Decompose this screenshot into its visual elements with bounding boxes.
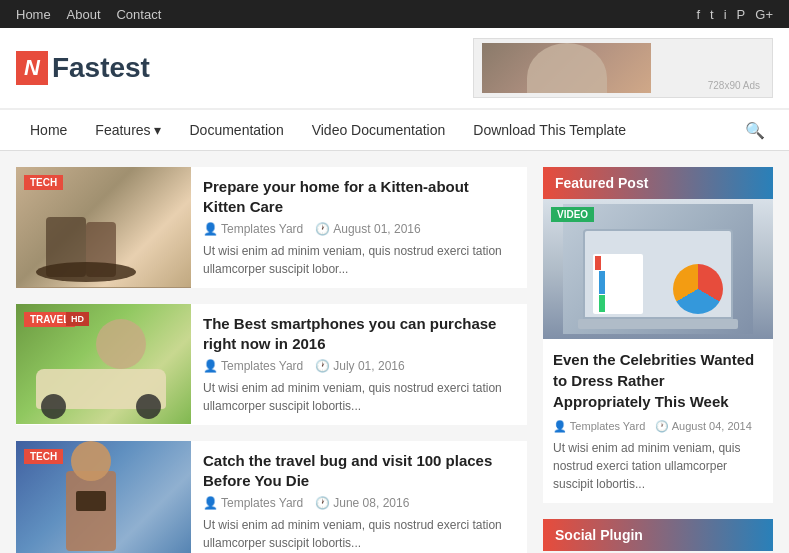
social-plugin-header: Social Plugin bbox=[543, 519, 773, 551]
logo[interactable]: N Fastest bbox=[16, 51, 150, 85]
article-list: TECH Prepare your home for a Kitten-abou… bbox=[16, 167, 527, 553]
main-nav: Home Features ▾ Documentation Video Docu… bbox=[0, 109, 789, 151]
featured-badge: VIDEO bbox=[551, 207, 594, 222]
nav-contact-topbar[interactable]: Contact bbox=[116, 7, 161, 22]
nav-home-topbar[interactable]: Home bbox=[16, 7, 51, 22]
featured-image-wrap: VIDEO bbox=[543, 199, 773, 339]
header: N Fastest 728x90 Ads bbox=[0, 28, 789, 109]
article-date: 🕐 July 01, 2016 bbox=[315, 359, 404, 373]
pinterest-social-icon[interactable]: P bbox=[737, 7, 746, 22]
article-badge: TECH bbox=[24, 449, 63, 464]
featured-title: Even the Celebrities Wanted to Dress Rat… bbox=[553, 349, 763, 412]
article-card: TRAVEL HD The Best smartphones you can p… bbox=[16, 304, 527, 425]
featured-meta: 👤 Templates Yard 🕐 August 04, 2014 bbox=[553, 420, 763, 433]
article-content: Prepare your home for a Kitten-about Kit… bbox=[191, 167, 527, 288]
sidebar: Featured Post bbox=[543, 167, 773, 553]
facebook-social-icon[interactable]: f bbox=[696, 7, 700, 22]
article-meta: 👤 Templates Yard 🕐 July 01, 2016 bbox=[203, 359, 515, 373]
article-card: TECH Prepare your home for a Kitten-abou… bbox=[16, 167, 527, 288]
nav-video-documentation[interactable]: Video Documentation bbox=[298, 110, 460, 150]
top-bar-social: f t i P G+ bbox=[696, 7, 773, 22]
twitter-social-icon[interactable]: t bbox=[710, 7, 714, 22]
logo-icon: N bbox=[16, 51, 48, 85]
featured-excerpt: Ut wisi enim ad minim veniam, quis nostr… bbox=[553, 439, 763, 493]
article-card: TECH Catch the travel bug and visit 100 … bbox=[16, 441, 527, 553]
article-author: 👤 Templates Yard bbox=[203, 496, 303, 510]
article-badge: TECH bbox=[24, 175, 63, 190]
article-title: Catch the travel bug and visit 100 place… bbox=[203, 451, 515, 490]
main-content: TECH Prepare your home for a Kitten-abou… bbox=[0, 151, 789, 553]
logo-text: Fastest bbox=[52, 52, 150, 84]
nav-download-template[interactable]: Download This Template bbox=[459, 110, 640, 150]
instagram-social-icon[interactable]: i bbox=[724, 7, 727, 22]
nav-about-topbar[interactable]: About bbox=[67, 7, 101, 22]
article-date: 🕐 August 01, 2016 bbox=[315, 222, 420, 236]
featured-author: 👤 Templates Yard bbox=[553, 420, 645, 433]
article-date: 🕐 June 08, 2016 bbox=[315, 496, 409, 510]
social-plugin-section: Social Plugin f Facebook t Twitter bbox=[543, 519, 773, 553]
article-author: 👤 Templates Yard bbox=[203, 359, 303, 373]
ad-label: 728x90 Ads bbox=[708, 80, 760, 91]
article-badge-hd: HD bbox=[66, 312, 89, 326]
article-title: The Best smartphones you can purchase ri… bbox=[203, 314, 515, 353]
nav-home[interactable]: Home bbox=[16, 110, 81, 150]
article-excerpt: Ut wisi enim ad minim veniam, quis nostr… bbox=[203, 516, 515, 552]
article-thumbnail: TECH bbox=[16, 441, 191, 553]
article-excerpt: Ut wisi enim ad minim veniam, quis nostr… bbox=[203, 379, 515, 415]
featured-post-section: Featured Post bbox=[543, 167, 773, 503]
article-meta: 👤 Templates Yard 🕐 August 01, 2016 bbox=[203, 222, 515, 236]
header-ad-banner: 728x90 Ads bbox=[473, 38, 773, 98]
nav-documentation[interactable]: Documentation bbox=[176, 110, 298, 150]
article-title: Prepare your home for a Kitten-about Kit… bbox=[203, 177, 515, 216]
article-content: The Best smartphones you can purchase ri… bbox=[191, 304, 527, 425]
article-excerpt: Ut wisi enim ad minim veniam, quis nostr… bbox=[203, 242, 515, 278]
nav-features[interactable]: Features ▾ bbox=[81, 110, 175, 150]
article-thumbnail: TECH bbox=[16, 167, 191, 288]
search-icon[interactable]: 🔍 bbox=[737, 113, 773, 148]
googleplus-social-icon[interactable]: G+ bbox=[755, 7, 773, 22]
featured-post-header: Featured Post bbox=[543, 167, 773, 199]
featured-date: 🕐 August 04, 2014 bbox=[655, 420, 752, 433]
top-bar-nav: Home About Contact bbox=[16, 6, 173, 22]
article-content: Catch the travel bug and visit 100 place… bbox=[191, 441, 527, 553]
top-bar: Home About Contact f t i P G+ bbox=[0, 0, 789, 28]
article-author: 👤 Templates Yard bbox=[203, 222, 303, 236]
featured-content: Even the Celebrities Wanted to Dress Rat… bbox=[543, 339, 773, 503]
article-meta: 👤 Templates Yard 🕐 June 08, 2016 bbox=[203, 496, 515, 510]
article-thumbnail: TRAVEL HD bbox=[16, 304, 191, 425]
